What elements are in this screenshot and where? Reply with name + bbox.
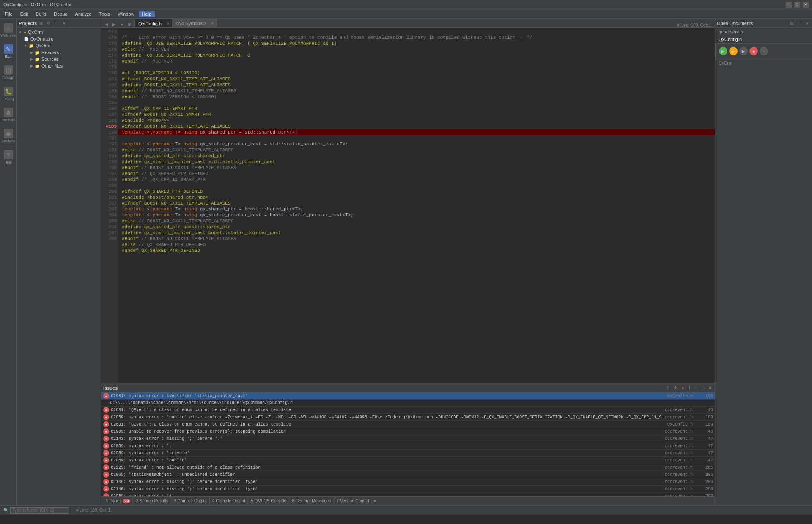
bottom-tab-menu[interactable]: ≡ [374, 499, 376, 504]
issue-row-10[interactable]: ● C2059: syntax error : 'public' qcoreve… [102, 457, 715, 464]
sources-folder-icon: 📁 [35, 57, 40, 62]
debug-run-button[interactable]: ▶ [739, 47, 748, 55]
issue-row-3[interactable]: ● C2631: 'QEvent': a class or enum canno… [102, 407, 715, 414]
open-docs-sort-btn[interactable]: ⊞ [788, 20, 795, 27]
sidebar-item-debug[interactable]: 🐛 Debug [1, 84, 16, 104]
issue-row-8[interactable]: ● C2059: syntax error : '.' qcorevent.h … [102, 442, 715, 450]
issues-close-icon[interactable]: ✕ [707, 385, 713, 390]
issue-error-icon-5: ● [103, 421, 109, 427]
sidebar-item-design[interactable]: ◫ Design [1, 63, 16, 83]
tab-next-btn[interactable]: ▶ [111, 21, 118, 27]
issue-line-13: 285 [696, 480, 713, 484]
tree-item-qxorm-folder[interactable]: ▼ 📁 QxOrm [17, 42, 101, 49]
issue-row-12[interactable]: ● C2065: 'staticMetaObject' : undeclared… [102, 471, 715, 478]
issue-row-2[interactable]: C:\\...\\Donatb\\code\\common\\orm\\sour… [102, 400, 715, 407]
sidebar-item-edit[interactable]: ✎ Edit [1, 41, 16, 62]
issue-text-4: C2059: syntax error : 'public' cl -c -no… [111, 415, 665, 420]
issue-row-9[interactable]: ● C2059: syntax error : 'private' qcorev… [102, 450, 715, 457]
issue-row-6[interactable]: ● C1903: unable to recover from previous… [102, 428, 715, 435]
issues-info-icon[interactable]: ℹ [687, 385, 691, 390]
tab-compile-output[interactable]: 3 Compile Output [171, 497, 210, 505]
issue-line-1: 189 [696, 394, 713, 398]
open-docs-collapse-btn[interactable]: − [796, 20, 803, 27]
design-label: Design [2, 76, 14, 80]
minimize-button[interactable]: ─ [786, 2, 792, 8]
tab-prev-btn[interactable]: ◀ [103, 21, 110, 27]
open-doc-qcorevent[interactable]: qcorevent.h [715, 28, 812, 35]
tab-split-btn[interactable]: ⊞ [126, 21, 133, 27]
tab-issues[interactable]: 1 Issues 99 [103, 497, 133, 505]
issue-row-4[interactable]: ● C2059: syntax error : 'public' cl -c -… [102, 414, 715, 421]
issues-minimize-icon[interactable]: ─ [693, 385, 699, 390]
sidebar-item-analyze[interactable]: ◉ Analyze [1, 126, 16, 146]
tab-qxconfig[interactable]: QxConfig.h ✕ [135, 19, 172, 27]
issue-error-icon-15: ● [103, 493, 109, 496]
issues-error-icon[interactable]: ● [680, 385, 686, 390]
arrow-right-button[interactable]: → [760, 47, 768, 55]
version-tab-num: 7 [337, 499, 339, 503]
window-controls: ─ □ ✕ [786, 2, 809, 8]
issue-file-10: qcorevent.h [665, 458, 696, 463]
tab-menu-btn[interactable]: ▾ [118, 21, 125, 27]
tab-no-symbols-close[interactable]: ✕ [211, 21, 214, 25]
issue-line-6: 46 [696, 429, 713, 434]
tab-qxconfig-close[interactable]: ✕ [167, 22, 170, 26]
issue-row-1[interactable]: ● C2061: syntax error : identifier 'stat… [102, 393, 715, 400]
issue-row-15[interactable]: ● C2059: syntax error : '}' qcorevent.h … [102, 493, 715, 496]
restore-button[interactable]: □ [794, 2, 800, 8]
issue-text-5: C2631: 'QEvent': a class or enum cannot … [111, 422, 667, 427]
issue-error-icon-11: ● [103, 464, 109, 470]
sidebar-item-help[interactable]: ? Help [1, 147, 16, 167]
issue-row-5[interactable]: ● C2631: 'QEvent': a class or enum canno… [102, 421, 715, 428]
tree-label-headers: Headers [41, 50, 59, 55]
expand-arrow4: ▶ [30, 57, 33, 61]
code-editor[interactable]: 173174175176177 178179180181182 18318418… [102, 28, 715, 383]
tree-item-qxorm-root[interactable]: ▼ ● QxOrm [17, 29, 101, 35]
tab-no-symbols[interactable]: <No Symbols> ✕ [172, 19, 217, 27]
project-filter-btn[interactable]: ⊞ [38, 20, 44, 27]
code-content[interactable]: /* -- Link error with VC++ >= 9.0 => Qt … [118, 28, 715, 383]
tab-general-messages[interactable]: 6 General Messages [289, 497, 334, 505]
menu-help[interactable]: Help [139, 11, 155, 17]
open-docs-close-btn[interactable]: ✕ [804, 20, 810, 27]
issues-warning-icon[interactable]: ⚠ [672, 385, 679, 390]
close-button[interactable]: ✕ [803, 2, 809, 8]
issue-row-13[interactable]: ● C2146: syntax error : missing ')' befo… [102, 478, 715, 486]
locate-input[interactable] [10, 507, 69, 514]
issue-row-7[interactable]: ● C2143: syntax error : missing ';' befo… [102, 435, 715, 442]
menu-edit[interactable]: Edit [17, 11, 32, 17]
issues-maximize-icon[interactable]: □ [700, 385, 705, 390]
open-doc-qxconfig[interactable]: QxConfig.h [715, 35, 812, 43]
issue-error-icon-1: ● [103, 393, 109, 399]
issue-row-14[interactable]: ● C2146: syntax error : missing ';' befo… [102, 486, 715, 493]
project-close-btn[interactable]: ✕ [60, 20, 67, 27]
tab-search-results[interactable]: 2 Search Results [133, 497, 171, 505]
menu-analyze[interactable]: Analyze [72, 11, 95, 17]
project-sync-btn[interactable]: ↻ [45, 20, 52, 27]
tab-version-control[interactable]: 7 Version Control [334, 497, 372, 505]
issue-error-icon-8: ● [103, 443, 109, 449]
menu-build[interactable]: Build [33, 11, 49, 17]
project-folder-icon: ● [24, 30, 26, 35]
sidebar-item-projects[interactable]: ⚙ Projects [1, 105, 16, 125]
tree-item-qxorm-pro[interactable]: 📄 QxOrm.pro [17, 35, 101, 42]
tab-compile-output2[interactable]: 4 Compile Output [210, 497, 248, 505]
run-qxorm-button[interactable]: ▶ [729, 47, 738, 55]
project-tree: ▼ ● QxOrm 📄 QxOrm.pro ▼ 📁 QxOrm ▶ 📁 Head… [17, 28, 101, 505]
sidebar-item-welcome[interactable]: ⌂ Welcome [1, 20, 16, 41]
tab-qml-console[interactable]: 5 QML/JS Console [248, 497, 289, 505]
issue-row-11[interactable]: ● C2225: 'friend' : not allowed outside … [102, 464, 715, 471]
menu-tools[interactable]: Tools [96, 11, 114, 17]
project-collapse-btn[interactable]: − [53, 20, 60, 27]
menu-window[interactable]: Window [114, 11, 137, 17]
issue-error-icon-13: ● [103, 479, 109, 485]
compile-tab-label: Compile Output [177, 499, 206, 503]
menu-debug[interactable]: Debug [50, 11, 71, 17]
menu-file[interactable]: File [2, 11, 16, 17]
stop-button[interactable]: ■ [749, 47, 758, 55]
tree-item-other-files[interactable]: ▶ 📁 Other files [17, 63, 101, 69]
run-button[interactable]: ▶ [719, 47, 727, 55]
tree-item-sources[interactable]: ▶ 📁 Sources [17, 56, 101, 63]
issues-filter-icon[interactable]: ⊞ [665, 385, 671, 390]
tree-item-headers[interactable]: ▶ 📁 Headers [17, 49, 101, 56]
